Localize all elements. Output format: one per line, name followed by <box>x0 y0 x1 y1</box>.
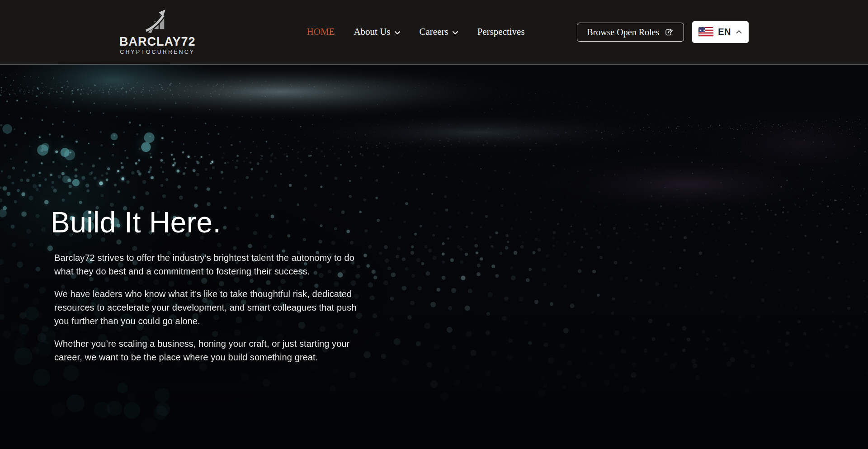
hero-paragraph-line: what they do best and a commitment to fo… <box>54 265 357 278</box>
nav-item-home[interactable]: HOME <box>307 26 335 38</box>
hero-paragraph: We have leaders who know what it’s like … <box>54 287 357 328</box>
header-actions: Browse Open Roles EN <box>577 21 749 43</box>
main-navigation: HOME About Us Careers Perspectives <box>307 26 525 38</box>
brand-name: BARCLAY72 <box>119 36 196 48</box>
us-flag-icon <box>698 27 713 37</box>
language-selector[interactable]: EN <box>692 21 749 43</box>
hero-paragraph-line: Barclay72 strives to offer the industry’… <box>54 251 357 265</box>
nav-label-home: HOME <box>307 26 335 38</box>
hero-paragraph: Barclay72 strives to offer the industry’… <box>54 251 357 278</box>
hero-section: Build It Here. Barclay72 strives to offe… <box>0 65 868 448</box>
language-code: EN <box>718 27 731 37</box>
growth-arrow-chart-icon <box>145 9 170 35</box>
site-header: BARCLAY72 CRYPTOCURRENCY HOME About Us C… <box>0 0 868 65</box>
browse-open-roles-label: Browse Open Roles <box>587 27 659 38</box>
hero-paragraph-line: We have leaders who know what it’s like … <box>54 287 357 301</box>
hero-paragraph: Whether you’re scaling a business, honin… <box>54 337 357 364</box>
hero-paragraph-line: career, we want to be the place where yo… <box>54 350 357 364</box>
share-external-icon <box>665 27 674 37</box>
hero-content: Build It Here. Barclay72 strives to offe… <box>51 206 357 373</box>
nav-label-careers: Careers <box>420 26 448 38</box>
brand-tagline: CRYPTOCURRENCY <box>120 49 195 55</box>
chevron-up-icon <box>736 29 742 34</box>
chevron-down-icon <box>394 30 401 35</box>
hero-paragraph-line: you further than you could go alone. <box>54 314 357 328</box>
hero-paragraph-line: resources to accelerate your development… <box>54 301 357 314</box>
nav-item-perspectives[interactable]: Perspectives <box>477 26 525 38</box>
nav-label-perspectives: Perspectives <box>477 26 525 38</box>
nav-item-about-us[interactable]: About Us <box>354 26 400 38</box>
nav-item-careers[interactable]: Careers <box>420 26 458 38</box>
header-container: BARCLAY72 CRYPTOCURRENCY HOME About Us C… <box>119 0 749 64</box>
nav-label-about-us: About Us <box>354 26 390 38</box>
hero-paragraph-line: Whether you’re scaling a business, honin… <box>54 337 357 350</box>
brand-logo[interactable]: BARCLAY72 CRYPTOCURRENCY <box>119 9 196 55</box>
chevron-down-icon <box>452 30 458 35</box>
hero-heading: Build It Here. <box>51 206 357 239</box>
browse-open-roles-button[interactable]: Browse Open Roles <box>577 23 684 42</box>
